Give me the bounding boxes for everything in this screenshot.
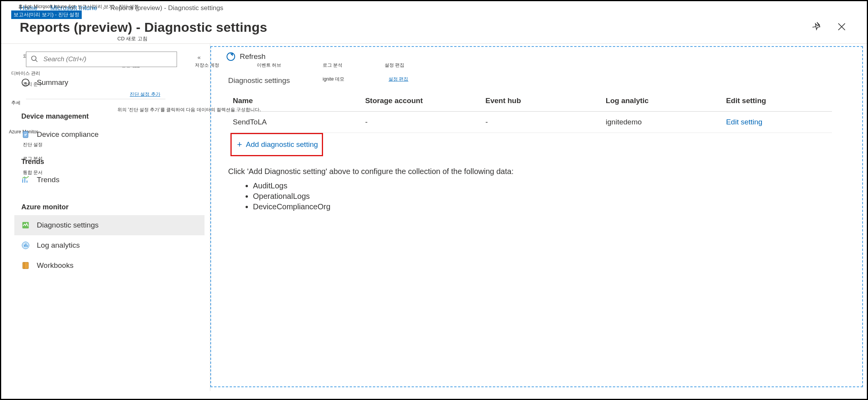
log-analytics-icon bbox=[21, 241, 30, 250]
table-row: SendToLA - - ignitedemo Edit setting bbox=[230, 112, 832, 133]
device-compliance-icon bbox=[21, 130, 30, 139]
svg-rect-6 bbox=[26, 243, 26, 247]
overlay-highlight[interactable]: 보고서(미리 보기) - 진단 설정 bbox=[11, 10, 82, 19]
sidebar-item-diagnostic-settings[interactable]: Diagnostic settings bbox=[14, 215, 205, 235]
search-input[interactable] bbox=[26, 52, 177, 67]
col-edit: Edit setting bbox=[724, 92, 832, 112]
diagnostic-settings-table: Name Storage account Event hub Log analy… bbox=[230, 92, 832, 133]
edit-setting-link[interactable]: Edit setting bbox=[726, 118, 762, 126]
sidebar-item-device-compliance[interactable]: Device compliance bbox=[14, 124, 205, 145]
sidebar-item-label: Summary bbox=[37, 78, 68, 87]
list-item: AuditLogs bbox=[253, 181, 847, 190]
breadcrumb-current: Reports (preview) - Diagnostic settings bbox=[110, 4, 223, 12]
sidebar-item-workbooks[interactable]: Workbooks bbox=[14, 255, 205, 276]
search-icon bbox=[31, 55, 38, 63]
sidebar-item-summary[interactable]: Summary bbox=[14, 72, 205, 93]
help-text: Click 'Add Diagnostic setting' above to … bbox=[228, 167, 847, 176]
sidebar-item-log-analytics[interactable]: Log analytics bbox=[14, 235, 205, 255]
divider bbox=[26, 99, 165, 99]
col-eventhub: Event hub bbox=[483, 92, 603, 112]
svg-rect-8 bbox=[23, 262, 29, 269]
col-storage: Storage account bbox=[363, 92, 483, 112]
col-name: Name bbox=[230, 92, 363, 112]
list-item: DeviceComplianceOrg bbox=[253, 202, 847, 211]
cell-eventhub: - bbox=[483, 112, 603, 133]
pin-icon[interactable] bbox=[812, 22, 822, 33]
sidebar-item-label: Workbooks bbox=[37, 261, 74, 270]
sidebar-item-trends[interactable]: Trends bbox=[14, 170, 205, 190]
sidebar-section-azure-monitor: Azure monitor bbox=[21, 203, 205, 211]
sidebar-item-label: Diagnostic settings bbox=[37, 221, 98, 229]
page-title: Reports (preview) - Diagnostic settings bbox=[20, 20, 267, 35]
add-diagnostic-setting-button[interactable]: + Add diagnostic setting bbox=[232, 134, 322, 155]
add-diagnostic-setting-label: Add diagnostic setting bbox=[246, 140, 318, 149]
sidebar: « Summary Device management Device compl… bbox=[1, 44, 210, 391]
col-loganalytic: Log analytic bbox=[603, 92, 724, 112]
close-icon[interactable] bbox=[837, 22, 847, 33]
sidebar-section-trends: Trends bbox=[21, 158, 205, 166]
info-icon bbox=[21, 78, 30, 87]
diagnostic-settings-icon bbox=[21, 221, 30, 229]
refresh-icon[interactable] bbox=[227, 52, 235, 61]
cell-storage: - bbox=[363, 112, 483, 133]
refresh-button[interactable]: Refresh bbox=[240, 52, 266, 61]
main-content: Refresh Diagnostic settings Name Storage… bbox=[210, 46, 863, 387]
diagnostic-settings-heading: Diagnostic settings bbox=[228, 76, 847, 85]
title-row: Reports (preview) - Diagnostic settings bbox=[1, 12, 867, 44]
cell-loganalytic: ignitedemo bbox=[603, 112, 724, 133]
breadcrumb: Home Microsoft Intune Reports (preview) … bbox=[1, 1, 867, 12]
toolbar: Refresh bbox=[227, 52, 847, 61]
trends-icon bbox=[21, 176, 30, 184]
chevron-right-icon bbox=[103, 4, 105, 12]
list-item: OperationalLogs bbox=[253, 192, 847, 201]
data-collection-list: AuditLogs OperationalLogs DeviceComplian… bbox=[253, 181, 847, 211]
plus-icon: + bbox=[237, 140, 242, 149]
workbooks-icon bbox=[21, 261, 30, 270]
cell-name: SendToLA bbox=[230, 112, 363, 133]
sidebar-section-device-management: Device management bbox=[21, 112, 205, 121]
sidebar-item-label: Device compliance bbox=[37, 130, 98, 139]
svg-rect-5 bbox=[24, 245, 25, 247]
svg-rect-7 bbox=[27, 245, 28, 247]
sidebar-item-label: Log analytics bbox=[37, 241, 80, 250]
sidebar-item-label: Trends bbox=[37, 176, 59, 184]
svg-point-0 bbox=[32, 56, 36, 61]
